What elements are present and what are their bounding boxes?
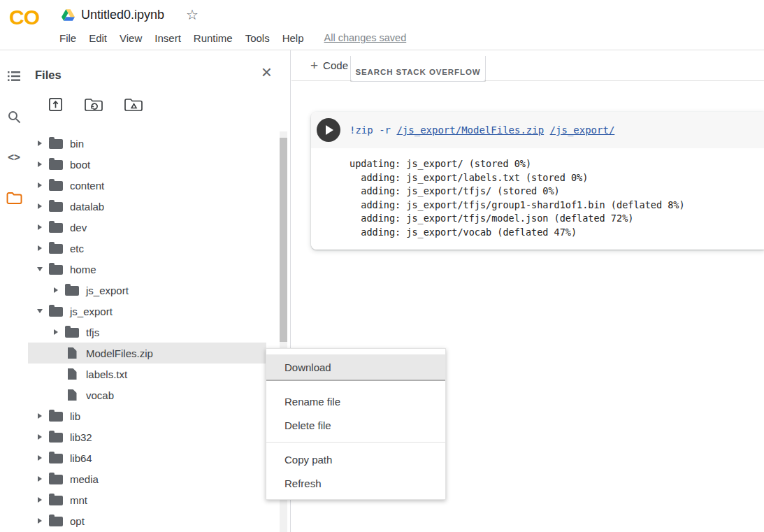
title-row: Untitled0.ipynb ☆ [62,5,199,24]
menu-separator [266,380,445,381]
tree-item-home[interactable]: home [28,259,266,280]
tree-item-label: ModelFiles.zip [86,347,153,359]
tree-item-label: etc [70,243,84,254]
refresh-folder-icon[interactable] [85,97,103,112]
tree-item-datalab[interactable]: datalab [28,196,266,217]
expand-arrow-icon[interactable] [35,138,45,148]
tree-item-media[interactable]: media [28,468,266,489]
context-menu-item-delete-file[interactable]: Delete file [266,413,445,437]
menu-tools[interactable]: Tools [239,30,276,46]
expand-arrow-icon[interactable] [35,495,45,505]
folder-icon [49,179,63,192]
add-code-button[interactable]: + Code [310,59,348,72]
tree-item-etc[interactable]: etc [28,238,266,259]
folder-icon [49,452,63,464]
tree-item-label: lib [70,410,80,422]
tree-item-boot[interactable]: boot [28,154,266,175]
arrow-spacer [51,369,61,379]
tree-item-label: opt [70,515,85,527]
search-icon[interactable] [0,96,28,137]
tree-item-opt[interactable]: opt [28,510,266,531]
folder-icon [49,473,63,485]
expand-arrow-icon[interactable] [35,243,45,253]
files-icon[interactable] [0,178,28,218]
expand-arrow-icon[interactable] [35,201,45,211]
upload-icon[interactable] [48,96,64,113]
tree-item-label: dev [70,222,87,233]
tree-item-lib32[interactable]: lib32 [28,426,266,447]
code-editor[interactable]: !zip -r /js_export/ModelFiles.zip /js_ex… [311,112,764,148]
menu-insert[interactable]: Insert [148,30,187,46]
close-icon[interactable]: × [261,63,272,81]
tree-item-content[interactable]: content [28,175,266,196]
menu-file[interactable]: File [53,30,82,46]
tree-item-lib[interactable]: lib [28,405,266,426]
menu-runtime[interactable]: Runtime [187,30,239,46]
tree-item-vocab[interactable]: vocab [28,384,266,405]
menu-view[interactable]: View [113,30,148,46]
tree-item-bin[interactable]: bin [28,133,266,154]
collapse-arrow-icon[interactable] [35,306,45,316]
save-status[interactable]: All changes saved [324,32,407,43]
tree-item-dev[interactable]: dev [28,217,266,238]
collapse-arrow-icon[interactable] [35,264,45,274]
expand-arrow-icon[interactable] [35,474,45,484]
file-icon [65,347,79,359]
colab-logo[interactable]: CO [9,6,39,29]
star-icon[interactable]: ☆ [186,6,199,23]
file-tree: binbootcontentdatalabdevetchomejs_export… [28,133,266,531]
code-line[interactable]: !zip -r /js_export/ModelFiles.zip /js_ex… [349,124,614,136]
add-code-label: Code [323,59,348,71]
menu-edit[interactable]: Edit [82,30,113,46]
expand-arrow-icon[interactable] [51,327,61,337]
tree-item-label: media [70,473,99,485]
expand-arrow-icon[interactable] [35,432,45,442]
tree-item-label: content [70,180,104,192]
code-path-link[interactable]: /js_export/ModelFiles.zip [396,124,544,136]
scrollbar-thumb[interactable] [280,138,287,342]
expand-arrow-icon[interactable] [35,411,45,421]
tree-item-js_export[interactable]: js_export [28,280,266,301]
tree-item-lib64[interactable]: lib64 [28,447,266,468]
tree-item-label: home [70,264,96,275]
expand-arrow-icon[interactable] [51,285,61,295]
menubar: FileEditViewInsertRuntimeToolsHelp All c… [53,29,406,47]
drive-icon [62,9,75,21]
run-cell-button[interactable] [317,118,340,142]
folder-icon [49,158,63,171]
folder-icon [49,263,63,275]
code-path-link[interactable]: /js_export/ [550,124,615,136]
context-menu-item-refresh[interactable]: Refresh [266,471,445,495]
tree-item-mnt[interactable]: mnt [28,489,266,510]
folder-icon [49,200,63,213]
expand-arrow-icon[interactable] [35,180,45,190]
search-stack-overflow-button[interactable]: SEARCH STACK OVERFLOW [350,56,486,82]
expand-arrow-icon[interactable] [35,222,45,232]
notebook-title[interactable]: Untitled0.ipynb [81,8,164,22]
left-rail: <> [0,50,28,532]
tree-item-label: js_export [70,305,113,317]
context-menu-item-download[interactable]: Download [266,354,445,380]
files-panel-title: Files [35,69,62,82]
menu-separator [266,442,445,443]
folder-icon [49,431,63,443]
tree-item-ModelFiles.zip[interactable]: ModelFiles.zip [28,343,266,364]
mount-drive-icon[interactable] [124,97,143,112]
expand-arrow-icon[interactable] [35,453,45,463]
context-menu-item-copy-path[interactable]: Copy path [266,447,445,471]
code-snippets-icon[interactable]: <> [0,137,28,178]
context-menu-item-rename-file[interactable]: Rename file [266,389,445,413]
folder-icon [49,305,63,317]
tree-item-labels.txt[interactable]: labels.txt [28,364,266,384]
tree-item-js_export[interactable]: js_export [28,301,266,322]
code-cell: !zip -r /js_export/ModelFiles.zip /js_ex… [311,112,764,250]
file-icon [65,368,79,380]
tree-item-label: js_export [86,285,129,296]
menu-help[interactable]: Help [276,30,310,46]
expand-arrow-icon[interactable] [35,516,45,526]
expand-arrow-icon[interactable] [35,159,45,169]
tree-item-label: vocab [86,389,114,401]
tree-item-tfjs[interactable]: tfjs [28,322,266,343]
folder-icon [49,137,63,150]
table-of-contents-icon[interactable] [0,56,28,96]
